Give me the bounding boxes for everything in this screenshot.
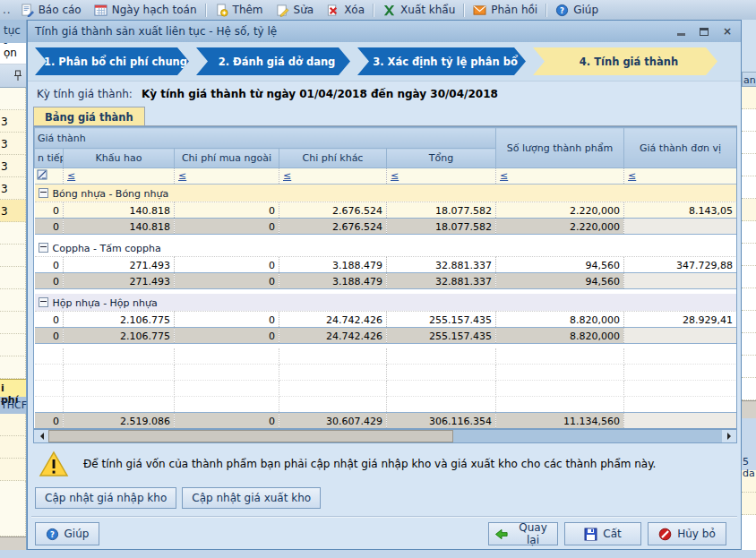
- scroll-left-icon: [37, 433, 44, 440]
- toolbar-item-export[interactable]: Xuất khẩu: [376, 0, 461, 20]
- data-cell: 0: [175, 202, 279, 219]
- background-row: [742, 221, 756, 244]
- data-cell: 0: [175, 328, 279, 344]
- background-row: [742, 515, 756, 551]
- save-button[interactable]: Cất: [564, 522, 641, 545]
- wizard-step-3[interactable]: 3. Xác định tỷ lệ phân bổ: [357, 47, 526, 75]
- update-outbound-price-button[interactable]: Cập nhật giá xuất kho: [182, 487, 321, 509]
- filter-cell-3[interactable]: ≤: [279, 168, 387, 185]
- column-header-4[interactable]: Tổng: [387, 149, 496, 168]
- filter-operator[interactable]: ≤: [389, 170, 399, 182]
- toolbar-item-label: Sửa: [294, 4, 314, 16]
- footer-buttons: Quay lại Cất Hủy bỏ: [488, 522, 726, 545]
- tab-bang-gia-thanh[interactable]: Bảng giá thành: [33, 107, 145, 126]
- grid-band-header[interactable]: Giá thành: [35, 128, 496, 149]
- toolbar-item-label: Thêm: [233, 4, 263, 16]
- data-cell: 32.881.337: [387, 273, 496, 289]
- data-row[interactable]: 02.106.775024.742.426255.157.4358.820,00…: [35, 328, 737, 344]
- data-row[interactable]: 0140.81802.676.52418.077.5822.220,0008.1…: [35, 202, 737, 219]
- grid-body: Bóng nhựa - Bóng nhựa0140.81802.676.5241…: [35, 185, 737, 429]
- background-summary-strip: [742, 400, 756, 418]
- column-header-2[interactable]: Chi phí mua ngoài: [175, 149, 279, 168]
- data-cell: 0: [175, 273, 279, 289]
- group-header-row[interactable]: Coppha - Tấm coppha: [35, 239, 737, 257]
- wizard-step-1[interactable]: 1. Phân bổ chi phí chung: [35, 47, 189, 75]
- toolbar-item-feedback[interactable]: Phản hồi: [467, 0, 544, 20]
- collapse-icon[interactable]: [39, 243, 48, 253]
- toolbar-item-help[interactable]: ?Giúp: [549, 0, 605, 20]
- background-row: [742, 356, 756, 378]
- empty-cell: [387, 381, 496, 397]
- empty-cell: [496, 348, 624, 365]
- horizontal-scrollbar[interactable]: [33, 429, 737, 443]
- data-row[interactable]: 0140.81802.676.52418.077.5822.220,000: [35, 219, 737, 235]
- group-header-row[interactable]: Hộp nhựa - Hộp nhựa: [35, 294, 737, 312]
- collapse-icon[interactable]: [39, 188, 48, 198]
- toolbar-item-posting-date[interactable]: Ngày hạch toán: [88, 0, 203, 20]
- help-icon: ?: [46, 528, 59, 541]
- toolbar-item-delete[interactable]: Xóa: [320, 0, 371, 20]
- filter-operator[interactable]: ≤: [65, 170, 75, 182]
- background-row-number: 3: [0, 200, 26, 222]
- toolbar-item-label: Xuất khẩu: [400, 4, 455, 16]
- data-cell: 0: [175, 219, 279, 235]
- filter-operator[interactable]: ≤: [626, 170, 636, 182]
- calendar-icon: [94, 4, 107, 17]
- collapse-icon[interactable]: [39, 297, 48, 307]
- data-row[interactable]: 02.106.775024.742.426255.157.4358.820,00…: [35, 312, 737, 328]
- cost-table: Giá thànhSố lượng thành phẩmGiá thành đơ…: [34, 127, 737, 429]
- data-row[interactable]: 0271.49303.188.47932.881.33794,560347.72…: [35, 257, 737, 273]
- toolbar-item-report[interactable]: Báo cáo: [14, 0, 88, 20]
- group-header-cell: Coppha - Tấm coppha: [35, 239, 737, 257]
- group-name: Bóng nhựa - Bóng nhựa: [53, 188, 169, 200]
- empty-cell: [624, 397, 737, 413]
- toolbar-item-edit[interactable]: Sửa: [270, 0, 321, 20]
- filter-cell-2[interactable]: ≤: [175, 168, 279, 185]
- toolbar-overflow[interactable]: ..: [0, 4, 14, 16]
- wizard-step-2[interactable]: 2. Đánh giá dở dang: [196, 47, 350, 75]
- summary-cell: [624, 413, 737, 429]
- summary-cell: 0: [35, 413, 64, 429]
- close-button[interactable]: ×: [721, 25, 734, 38]
- filter-cell-0[interactable]: [35, 168, 64, 185]
- filter-cell-4[interactable]: ≤: [387, 168, 496, 185]
- background-row: [0, 88, 26, 110]
- background-row: [742, 176, 756, 199]
- filter-operator[interactable]: ≤: [498, 170, 508, 182]
- column-header-1[interactable]: Khấu hao: [64, 149, 175, 168]
- column-header-3[interactable]: Chi phí khác: [279, 149, 387, 168]
- maximize-button[interactable]: [698, 25, 710, 38]
- toolbar-item-add[interactable]: Thêm: [209, 0, 270, 20]
- toolbar-separator: [205, 4, 207, 17]
- filter-cell-5[interactable]: ≤: [496, 168, 624, 185]
- data-row[interactable]: 0271.49303.188.47932.881.33794,560: [35, 273, 737, 289]
- filter-operator[interactable]: ≤: [176, 170, 186, 182]
- minimize-button[interactable]: [674, 25, 687, 38]
- column-header-span-0[interactable]: Số lượng thành phẩm: [496, 128, 624, 168]
- help-button[interactable]: ? Giúp: [35, 522, 99, 545]
- column-header-span-1[interactable]: Giá thành đơn vị: [624, 128, 737, 168]
- column-header-0[interactable]: n tiếp: [35, 149, 64, 168]
- data-cell: 0: [175, 257, 279, 273]
- scrollbar-thumb[interactable]: [48, 430, 453, 442]
- background-account-fragment: THCF: [0, 397, 26, 414]
- cancel-button[interactable]: Hủy bỏ: [648, 522, 726, 545]
- background-row: [742, 199, 756, 221]
- update-inbound-price-button[interactable]: Cập nhật giá nhập kho: [35, 487, 176, 509]
- main-toolbar: .. Báo cáoNgày hạch toánThêmSửaXóaXuất k…: [0, 0, 756, 21]
- background-row: [0, 459, 26, 481]
- background-row-number: 3: [0, 133, 26, 155]
- back-button[interactable]: Quay lại: [488, 522, 558, 545]
- filter-cell-1[interactable]: ≤: [64, 168, 175, 185]
- filter-cell-6[interactable]: ≤: [624, 168, 737, 185]
- scroll-left-button[interactable]: [34, 430, 48, 442]
- group-header-row[interactable]: Bóng nhựa - Bóng nhựa: [35, 185, 737, 202]
- filter-operator[interactable]: ≤: [281, 170, 291, 182]
- wizard-step-4[interactable]: 4. Tính giá thành: [533, 47, 717, 75]
- dialog-titlebar[interactable]: Tính giá thành sản xuất liên tục - Hệ số…: [28, 21, 741, 42]
- pin-icon: [13, 70, 22, 82]
- background-row: [742, 87, 756, 109]
- data-cell: 3.188.479: [279, 257, 387, 273]
- scroll-right-button[interactable]: [722, 430, 736, 442]
- help-icon: ?: [555, 4, 569, 17]
